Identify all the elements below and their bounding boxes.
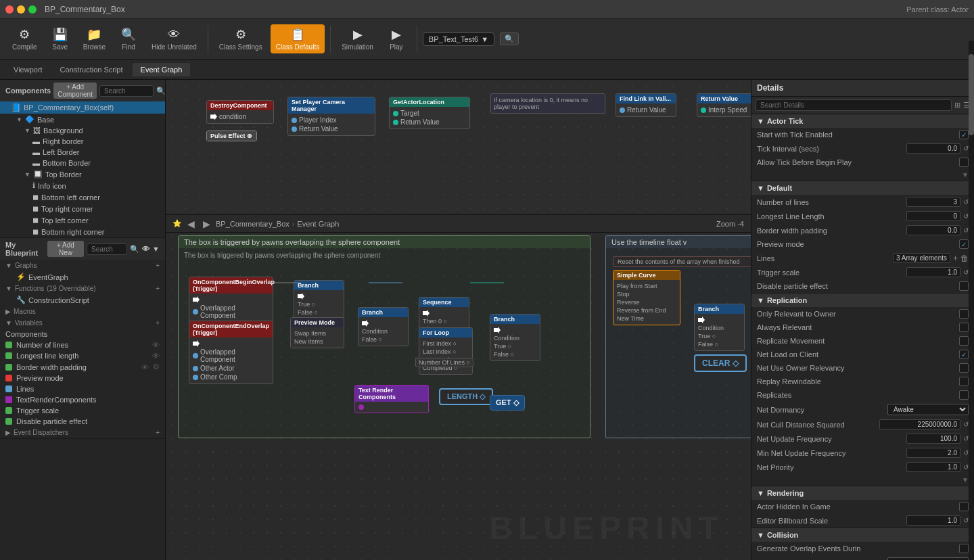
functions-section[interactable]: ▼ Functions (19 Overridable) + [0,283,165,294]
reset-icon[interactable]: ↺ [963,145,969,152]
tree-item-top-border[interactable]: ▼ 🔲 Top Border [0,168,165,180]
var-text-render[interactable]: TextRenderComponents [0,394,165,405]
reset-icon[interactable]: ↺ [963,269,969,276]
add-graph-button[interactable]: + [156,262,160,269]
forward-button[interactable]: ▶ [200,217,213,231]
close-button[interactable] [5,5,14,14]
simulation-button[interactable]: ▶ Simulation [336,24,379,53]
net-priority-input[interactable] [906,462,960,472]
tree-item-eventgraph[interactable]: ⚡ EventGraph [0,271,165,283]
tree-item-top-right[interactable]: ◼ Top right corner [0,203,165,214]
add-function-button[interactable]: + [156,285,160,292]
replication-header[interactable]: ▼ Replication [751,294,974,307]
rendering-header[interactable]: ▼ Rendering [751,486,974,500]
debug-search-button[interactable]: 🔍 [500,32,519,45]
trigger-scale-input[interactable] [906,267,960,277]
billboard-scale-input[interactable] [906,515,960,526]
components-search[interactable] [99,85,154,97]
border-padding-input[interactable] [906,225,960,235]
tree-item-self[interactable]: 📘 BP_Commentary_Box(self) [0,101,165,114]
tab-event-graph[interactable]: Event Graph [133,63,191,76]
details-scroll[interactable]: ▼ Actor Tick Start with Tick Enabled Tic… [751,114,974,560]
var-number-of-lines[interactable]: Number of lines 👁 [0,340,165,350]
actor-tick-header[interactable]: ▼ Actor Tick [751,114,974,128]
gen-overlap-checkbox[interactable] [959,544,969,553]
details-search-input[interactable] [756,99,952,111]
min-net-update-input[interactable] [906,448,960,458]
add-element-icon[interactable]: + [953,254,958,263]
breadcrumb-bp[interactable]: BP_Commentary_Box [216,220,289,228]
collapse-arrow-2[interactable]: ▼ [962,476,969,484]
tree-item-bottom-border[interactable]: ▬ Bottom Border [0,158,165,168]
graph-area[interactable]: DestroyComponent condition Set Player Ca… [166,80,751,560]
var-border-padding[interactable]: Border width padding 👁 ⚙ [0,361,165,373]
add-variable-button[interactable]: + [156,319,160,327]
clear-node[interactable]: CLEAR ◇ [694,354,747,372]
find-button[interactable]: 🔍 Find [114,24,143,53]
reset-icon[interactable]: ↺ [963,463,969,471]
macros-section[interactable]: ▶ Macros [0,306,165,317]
update-overlaps-dropdown[interactable]: Use Config Default [887,557,969,560]
tree-item-background[interactable]: ▼ 🖼 Background [0,125,165,136]
tree-item-base[interactable]: ▼ 🔷 Base [0,114,165,125]
add-dispatcher-button[interactable]: + [156,429,160,436]
replay-checkbox[interactable] [959,377,969,386]
preview-mode-checkbox[interactable] [959,239,969,249]
only-relevant-checkbox[interactable] [959,309,969,319]
tab-viewport[interactable]: Viewport [5,63,51,76]
net-dormancy-dropdown[interactable]: Awake [887,404,969,415]
main-graph[interactable]: ⭐ ◀ ▶ BP_Commentary_Box › Event Graph Zo… [166,215,751,560]
disable-particle-checkbox[interactable] [959,281,969,291]
browse-button[interactable]: 📁 Browse [78,24,111,53]
reset-icon[interactable]: ↺ [963,421,969,428]
var-disable-particle[interactable]: Disable particle effect [0,416,165,427]
hide-unrelated-button[interactable]: 👁 Hide Unrelated [146,25,202,53]
right-scrollbar[interactable] [969,80,974,560]
replicate-movement-checkbox[interactable] [959,336,969,346]
num-lines-input[interactable] [906,197,960,207]
add-component-button[interactable]: + Add Component [53,83,97,99]
back-button[interactable]: ◀ [185,217,198,231]
tree-item-construction[interactable]: 🔧 ConstructionScript [0,294,165,306]
collision-header[interactable]: ▼ Collision [751,528,974,542]
compile-button[interactable]: ⚙ Compile [7,24,43,53]
var-preview-mode[interactable]: Preview mode [0,373,165,383]
reset-icon[interactable]: ↺ [963,227,969,234]
get-node[interactable]: GET ◇ [490,395,525,411]
collapse-arrow[interactable]: ▼ [962,171,969,179]
always-relevant-checkbox[interactable] [959,323,969,332]
net-cull-input[interactable] [879,419,960,429]
var-lines[interactable]: Lines [0,383,165,394]
maximize-button[interactable] [28,5,37,14]
tree-item-left-border[interactable]: ▬ Left Border [0,147,165,158]
net-use-owner-checkbox[interactable] [959,363,969,373]
event-dispatchers-section[interactable]: ▶ Event Dispatchers + [0,427,165,438]
tree-item-bottom-right[interactable]: ◼ Bottom right corner [0,226,165,237]
var-trigger-scale[interactable]: Trigger scale [0,405,165,416]
reset-icon[interactable]: ↺ [963,198,969,206]
allow-tick-checkbox[interactable] [959,158,969,167]
reset-icon[interactable]: ↺ [963,212,969,220]
reset-icon[interactable]: ↺ [963,435,969,442]
debug-filter[interactable]: BP_Text_Test6 ▼ [423,32,494,46]
default-header[interactable]: ▼ Default [751,181,974,195]
minimize-button[interactable] [17,5,25,14]
blueprint-search[interactable] [87,243,127,255]
net-load-checkbox[interactable] [959,350,969,359]
graphs-section[interactable]: ▼ Graphs + [0,260,165,271]
net-update-freq-input[interactable] [906,434,960,444]
reset-icon[interactable]: ↺ [963,517,969,524]
class-defaults-button[interactable]: 📋 Class Defaults [271,24,325,53]
start-tick-checkbox[interactable] [959,130,969,139]
add-new-button[interactable]: + Add New [47,241,84,257]
longest-line-input[interactable] [906,211,960,221]
scrollbar-thumb[interactable] [969,80,974,135]
layout-icon-1[interactable]: ⊞ [954,101,960,110]
actor-hidden-checkbox[interactable] [959,502,969,511]
tree-item-top-left[interactable]: ◼ Top left corner [0,214,165,226]
reset-icon[interactable]: ↺ [963,449,969,457]
class-settings-button[interactable]: ⚙ Class Settings [214,24,268,53]
length-node[interactable]: LENGTH ◇ [439,388,493,405]
tree-item-bottom-left[interactable]: ◼ Bottom left corner [0,191,165,203]
breadcrumb-graph[interactable]: Event Graph [298,220,340,228]
